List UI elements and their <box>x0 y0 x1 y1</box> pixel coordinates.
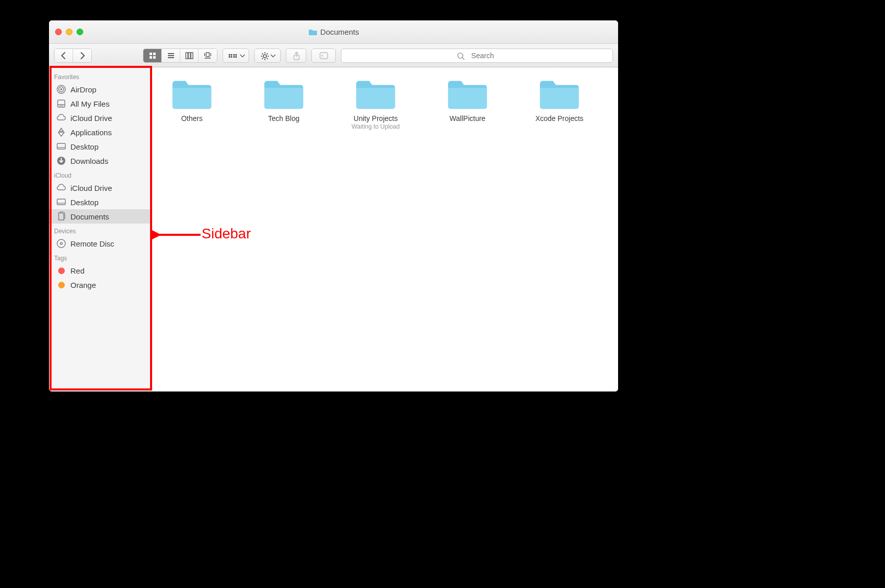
folder-item[interactable]: Others <box>161 76 223 130</box>
folder-icon <box>308 29 317 36</box>
documents-icon <box>56 211 66 222</box>
cloud-icon <box>56 113 66 123</box>
disc-icon <box>56 238 66 249</box>
folder-icon <box>538 76 581 111</box>
forward-button[interactable] <box>73 49 91 62</box>
view-switcher <box>143 48 217 63</box>
edit-tags-button[interactable] <box>311 48 336 63</box>
search-field[interactable] <box>341 48 613 63</box>
allmyfiles-icon <box>56 99 66 109</box>
tag-icon <box>56 280 66 290</box>
back-button[interactable] <box>55 49 73 62</box>
sidebar-section-header: Favorites <box>49 69 151 82</box>
folder-item[interactable]: Tech Blog <box>253 76 314 130</box>
sidebar-item-label: All My Files <box>70 100 110 108</box>
minimize-button[interactable] <box>66 29 72 35</box>
folder-subtitle: Waiting to Upload <box>352 123 400 130</box>
sidebar-item-desktop[interactable]: Desktop <box>49 139 151 154</box>
sidebar-item-label: Remote Disc <box>70 239 114 248</box>
view-list-button[interactable] <box>162 49 180 62</box>
sidebar-section-header: Devices <box>49 224 151 236</box>
nav-buttons <box>54 48 92 63</box>
folder-icon <box>354 76 397 111</box>
folder-label: Others <box>181 114 203 122</box>
sidebar-item-icloud-drive[interactable]: iCloud Drive <box>49 181 151 195</box>
view-coverflow-button[interactable] <box>199 49 217 62</box>
sidebar-item-label: Documents <box>70 212 109 221</box>
sidebar-item-all-my-files[interactable]: All My Files <box>49 96 151 111</box>
view-icon-button[interactable] <box>143 49 162 62</box>
maximize-button[interactable] <box>77 29 83 35</box>
folder-label: Tech Blog <box>268 114 299 122</box>
sidebar-item-icloud-drive[interactable]: iCloud Drive <box>49 111 151 125</box>
sidebar-item-desktop[interactable]: Desktop <box>49 195 151 209</box>
toolbar <box>49 44 618 67</box>
folder-item[interactable]: Unity ProjectsWaiting to Upload <box>345 76 406 130</box>
sidebar-item-red[interactable]: Red <box>49 263 151 278</box>
folder-label: Xcode Projects <box>535 114 583 122</box>
view-column-button[interactable] <box>180 49 199 62</box>
sidebar-item-airdrop[interactable]: AirDrop <box>49 82 151 96</box>
apps-icon <box>56 127 66 137</box>
desktop-icon <box>56 141 66 152</box>
group-by-button[interactable] <box>223 48 249 63</box>
traffic-lights <box>49 29 83 35</box>
window-title: Documents <box>49 28 618 36</box>
folder-icon <box>262 76 305 111</box>
folder-item[interactable]: Xcode Projects <box>529 76 590 130</box>
sidebar-item-documents[interactable]: Documents <box>49 209 151 224</box>
sidebar-item-label: Red <box>70 266 85 275</box>
sidebar-item-orange[interactable]: Orange <box>49 278 151 292</box>
folder-icon <box>446 76 489 111</box>
window-title-text: Documents <box>321 28 359 36</box>
sidebar-item-label: Desktop <box>70 198 99 207</box>
sidebar-item-label: AirDrop <box>70 85 96 94</box>
downloads-icon <box>56 156 66 166</box>
sidebar-item-label: Desktop <box>70 142 99 151</box>
folder-label: WallPicture <box>450 114 485 122</box>
airdrop-icon <box>56 84 66 94</box>
folder-label: Unity Projects <box>354 114 398 122</box>
sidebar-item-label: iCloud Drive <box>70 184 112 192</box>
finder-window: Documents <box>49 20 618 391</box>
sidebar-section-header: Tags <box>49 251 151 263</box>
folder-icon <box>170 76 213 111</box>
action-button[interactable] <box>254 48 281 63</box>
sidebar-section-header: iCloud <box>49 168 151 181</box>
search-input[interactable] <box>468 52 498 60</box>
content-area[interactable]: OthersTech BlogUnity ProjectsWaiting to … <box>151 67 618 391</box>
sidebar-item-label: Orange <box>70 281 96 289</box>
tag-icon <box>56 265 66 276</box>
sidebar: FavoritesAirDropAll My FilesiCloud Drive… <box>49 67 151 391</box>
desktop-icon <box>56 197 66 207</box>
sidebar-item-downloads[interactable]: Downloads <box>49 154 151 168</box>
sidebar-item-remote-disc[interactable]: Remote Disc <box>49 236 151 251</box>
cloud-icon <box>56 183 66 193</box>
titlebar: Documents <box>49 20 618 44</box>
sidebar-item-label: Applications <box>70 128 112 137</box>
sidebar-item-applications[interactable]: Applications <box>49 125 151 139</box>
share-button[interactable] <box>286 48 306 63</box>
close-button[interactable] <box>55 29 62 35</box>
folder-item[interactable]: WallPicture <box>437 76 498 130</box>
sidebar-item-label: Downloads <box>70 157 108 165</box>
sidebar-item-label: iCloud Drive <box>70 114 112 122</box>
window-body: FavoritesAirDropAll My FilesiCloud Drive… <box>49 67 618 391</box>
